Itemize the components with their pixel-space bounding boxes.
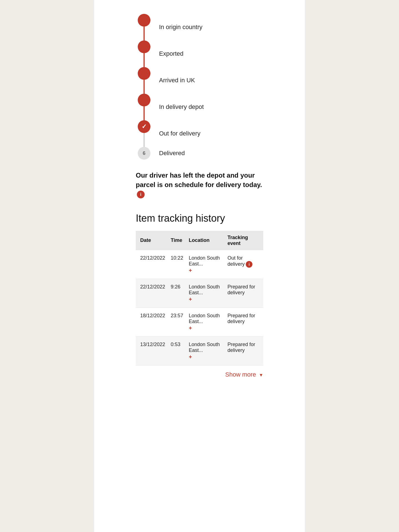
timeline-dot-1 <box>138 14 150 27</box>
timeline-label-4: In delivery depot <box>159 103 204 111</box>
cell-location: London South East...+ <box>186 279 225 308</box>
info-icon[interactable]: i <box>137 191 145 198</box>
cell-event: Out for deliveryi <box>225 250 263 279</box>
cell-date: 13/12/2022 <box>136 336 168 365</box>
table-row: 18/12/202223:57London South East...+Prep… <box>136 308 263 336</box>
col-header-location: Location <box>186 231 225 250</box>
col-header-time: Time <box>168 231 186 250</box>
cell-event: Prepared for delivery <box>225 279 263 308</box>
location-expand-icon[interactable]: + <box>189 354 222 360</box>
cell-date: 22/12/2022 <box>136 250 168 279</box>
cell-time: 23:57 <box>168 308 186 336</box>
timeline-label-5: Out for delivery <box>159 130 200 137</box>
timeline: In origin country Exported Arrived in UK <box>136 8 263 160</box>
timeline-label-1: In origin country <box>159 24 203 31</box>
page-container: In origin country Exported Arrived in UK <box>94 0 305 532</box>
timeline-connector-1 <box>144 27 145 40</box>
info-message-text: Our driver has left the depot and your p… <box>136 171 263 199</box>
location-name: London South East... <box>189 255 222 267</box>
tracking-table: Date Time Location Tracking event 22/12/… <box>136 231 263 365</box>
cell-event: Prepared for delivery <box>225 336 263 365</box>
timeline-item-3: Arrived in UK <box>136 67 263 94</box>
cell-location: London South East...+ <box>186 250 225 279</box>
location-expand-icon[interactable]: + <box>189 296 222 303</box>
location-name: London South East... <box>189 342 222 353</box>
show-more-label: Show more <box>225 371 256 378</box>
timeline-dot-5: ✓ <box>138 120 150 133</box>
timeline-connector-4 <box>144 106 145 120</box>
timeline-item-2: Exported <box>136 40 263 67</box>
cell-location: London South East...+ <box>186 336 225 365</box>
location-name: London South East... <box>189 313 222 324</box>
cell-location: London South East...+ <box>186 308 225 336</box>
checkmark-icon: ✓ <box>142 123 147 130</box>
timeline-node-wrapper-5: ✓ <box>136 120 152 147</box>
timeline-node-wrapper-3 <box>136 67 152 94</box>
timeline-dot-3 <box>138 67 150 80</box>
cell-time: 10:22 <box>168 250 186 279</box>
timeline-node-wrapper-4 <box>136 94 152 120</box>
timeline-dot-2 <box>138 40 150 53</box>
timeline-label-6: Delivered <box>159 150 185 157</box>
show-more-row: Show more ▼ <box>136 365 263 381</box>
tracking-history-title: Item tracking history <box>136 213 263 224</box>
timeline-dot-4 <box>138 94 150 106</box>
cell-time: 9:26 <box>168 279 186 308</box>
location-expand-icon[interactable]: + <box>189 325 222 331</box>
timeline-connector-3 <box>144 80 145 94</box>
step-number-6: 6 <box>143 150 145 156</box>
timeline-connector-5 <box>144 133 145 147</box>
location-expand-icon[interactable]: + <box>189 267 222 274</box>
cell-time: 0:53 <box>168 336 186 365</box>
show-more-button[interactable]: Show more ▼ <box>225 371 263 378</box>
cell-date: 22/12/2022 <box>136 279 168 308</box>
timeline-dot-6: 6 <box>138 147 150 160</box>
event-info-icon[interactable]: i <box>246 261 252 268</box>
table-row: 22/12/202210:22London South East...+Out … <box>136 250 263 279</box>
timeline-item-1: In origin country <box>136 14 263 40</box>
timeline-node-wrapper-1 <box>136 14 152 40</box>
timeline-node-wrapper-6: 6 <box>136 147 152 160</box>
table-row: 22/12/20229:26London South East...+Prepa… <box>136 279 263 308</box>
timeline-label-3: Arrived in UK <box>159 77 195 84</box>
timeline-item-6: 6 Delivered <box>136 147 263 160</box>
col-header-event: Tracking event <box>225 231 263 250</box>
show-more-arrow-icon: ▼ <box>259 373 263 377</box>
timeline-item-5: ✓ Out for delivery <box>136 120 263 147</box>
timeline-connector-2 <box>144 53 145 67</box>
timeline-label-2: Exported <box>159 50 183 57</box>
cell-event: Prepared for delivery <box>225 308 263 336</box>
timeline-node-wrapper-2 <box>136 40 152 67</box>
cell-date: 18/12/2022 <box>136 308 168 336</box>
col-header-date: Date <box>136 231 168 250</box>
tracking-history-section: Item tracking history Date Time Location… <box>136 213 263 381</box>
table-row: 13/12/20220:53London South East...+Prepa… <box>136 336 263 365</box>
location-name: London South East... <box>189 284 222 296</box>
table-header-row: Date Time Location Tracking event <box>136 231 263 250</box>
info-message: Our driver has left the depot and your p… <box>136 171 263 199</box>
timeline-item-4: In delivery depot <box>136 94 263 120</box>
